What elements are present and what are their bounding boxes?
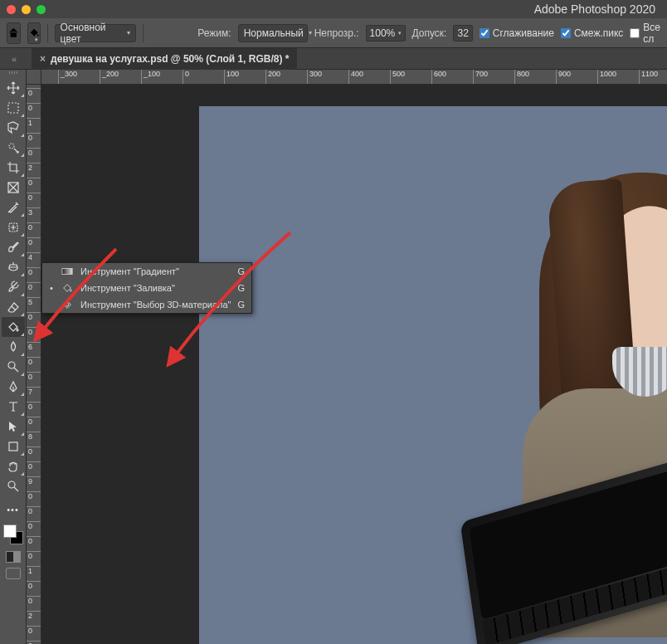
antialias-input[interactable] — [480, 28, 489, 38]
flyout-item-3d-material[interactable]: Инструмент "Выбор 3D-материала"G — [42, 296, 251, 313]
ruler-tick: 0 — [27, 357, 41, 366]
canvas-area[interactable] — [41, 85, 667, 644]
ruler-tick: 900 — [556, 70, 571, 85]
type-tool[interactable] — [2, 397, 25, 417]
pen-tool[interactable] — [2, 377, 25, 397]
ruler-tick: 2 — [27, 611, 41, 620]
vertical-ruler[interactable]: 00100200300400500600700800900000100200 — [27, 85, 41, 644]
opacity-field[interactable]: 100% ▾ — [366, 25, 406, 41]
ruler-tick: 1 — [27, 566, 41, 575]
frame-tool[interactable] — [2, 178, 25, 198]
clone-stamp-tool[interactable] — [2, 257, 25, 277]
hand-tool[interactable] — [2, 456, 25, 476]
all-layers-input[interactable] — [630, 28, 640, 38]
contiguous-input[interactable] — [561, 28, 571, 38]
svg-point-8 — [66, 303, 69, 306]
ruler-tick: 700 — [473, 70, 488, 85]
flyout-item-paint-bucket[interactable]: •Инструмент "Заливка"G — [42, 280, 251, 296]
ruler-tick: 0 — [27, 148, 41, 157]
zoom-tool[interactable] — [2, 476, 25, 496]
brush-tool[interactable] — [2, 237, 25, 257]
ruler-tick: 400 — [348, 70, 363, 85]
ruler-tick: 0 — [27, 402, 41, 411]
shape-tool[interactable] — [2, 437, 25, 456]
ruler-tick: 0 — [27, 626, 41, 635]
flyout-item-shortcut: G — [238, 300, 246, 310]
chevron-down-icon: ▾ — [127, 29, 130, 37]
history-brush-tool[interactable] — [2, 277, 25, 297]
ruler-tick: 600 — [431, 70, 446, 85]
lasso-tool[interactable] — [2, 118, 25, 138]
ruler-tick: 0 — [27, 641, 41, 644]
document-tab[interactable]: × девушка на услугах.psd @ 50% (Слой 1, … — [32, 48, 297, 70]
marquee-tool[interactable] — [2, 98, 25, 118]
chevron-down-icon: ▾ — [398, 30, 402, 37]
antialias-checkbox[interactable]: Сглаживание — [480, 27, 554, 39]
ruler-tick: 0 — [27, 536, 41, 545]
eyedropper-tool[interactable] — [2, 198, 25, 217]
dodge-tool[interactable] — [2, 357, 25, 377]
flyout-item-shortcut: G — [238, 283, 246, 293]
contiguous-checkbox[interactable]: Смеж.пикс — [561, 27, 623, 39]
document-tab-label: девушка на услугах.psd @ 50% (Слой 1, RG… — [51, 53, 289, 65]
document-tabs: « × девушка на услугах.psd @ 50% (Слой 1… — [0, 48, 667, 70]
canvas[interactable] — [199, 106, 667, 644]
eraser-tool[interactable] — [2, 297, 25, 317]
home-button[interactable] — [7, 22, 21, 44]
close-icon[interactable] — [7, 5, 16, 14]
ruler-tick: 0 — [27, 417, 41, 426]
current-tool-icon[interactable] — [27, 22, 41, 44]
paint-bucket-tool[interactable] — [2, 317, 25, 337]
document-view: _300_200_1000100200300400500600700800900… — [27, 70, 667, 644]
color-swatches[interactable] — [3, 524, 23, 544]
blend-mode-dropdown[interactable]: Нормальный ▾ — [238, 24, 308, 42]
ruler-tick: 0 — [27, 237, 41, 246]
screen-mode-toggle[interactable] — [6, 568, 21, 579]
flyout-item-label: Инструмент "Градиент" — [80, 266, 231, 276]
tolerance-value: 32 — [457, 27, 468, 39]
path-selection-tool[interactable] — [2, 417, 25, 437]
ruler-tick: 0 — [27, 193, 41, 202]
all-layers-checkbox[interactable]: Все сл — [630, 22, 660, 45]
minimize-icon[interactable] — [22, 5, 31, 14]
tolerance-label: Допуск: — [412, 27, 447, 39]
edit-toolbar[interactable]: ••• — [2, 500, 25, 520]
flyout-item-label: Инструмент "Заливка" — [80, 283, 231, 293]
ruler-tick: 0 — [27, 461, 41, 471]
fill-source-dropdown[interactable]: Основной цвет ▾ — [55, 24, 136, 42]
ruler-tick: 0 — [27, 267, 41, 276]
ruler-tick: 1000 — [597, 70, 616, 85]
tolerance-field[interactable]: 32 — [453, 25, 472, 41]
ruler-origin[interactable] — [27, 70, 41, 85]
tab-prev-icon[interactable]: « — [12, 54, 17, 64]
ruler-tick: 0 — [27, 372, 41, 381]
window-controls — [7, 5, 46, 14]
palette-grip[interactable] — [3, 71, 23, 76]
ruler-tick: 0 — [27, 506, 41, 515]
blur-tool[interactable] — [2, 337, 25, 357]
workspace: ••• _300_200_100010020030040050060070080… — [0, 70, 667, 644]
opacity-value: 100% — [370, 27, 396, 39]
svg-point-4 — [8, 362, 15, 368]
flyout-item-label: Инструмент "Выбор 3D-материала" — [80, 300, 231, 310]
move-tool[interactable] — [2, 78, 25, 98]
healing-tool[interactable] — [2, 217, 25, 237]
ruler-tick: 0 — [27, 551, 41, 560]
quick-mask-toggle[interactable] — [6, 551, 21, 563]
ruler-tick: 300 — [307, 70, 322, 85]
ruler-tick: 0 — [27, 521, 41, 530]
close-tab-icon[interactable]: × — [40, 53, 46, 65]
ruler-tick: 2 — [27, 163, 41, 172]
ruler-tick: 0 — [183, 70, 189, 85]
maximize-icon[interactable] — [37, 5, 46, 14]
foreground-color-swatch[interactable] — [3, 524, 17, 538]
ruler-tick: 500 — [390, 70, 405, 85]
crop-tool[interactable] — [2, 158, 25, 178]
horizontal-ruler[interactable]: _300_200_1000100200300400500600700800900… — [41, 70, 667, 85]
flyout-item-gradient[interactable]: Инструмент "Градиент"G — [42, 263, 251, 280]
blend-mode-value: Нормальный — [244, 27, 304, 39]
ruler-tick: 0 — [27, 282, 41, 291]
quick-select-tool[interactable] — [2, 138, 25, 158]
ruler-tick: 4 — [27, 252, 41, 261]
ruler-tick: 1 — [27, 118, 41, 127]
